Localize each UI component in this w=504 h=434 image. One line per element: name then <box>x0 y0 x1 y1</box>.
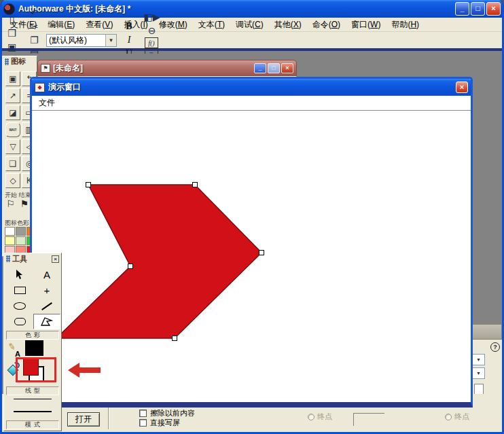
presentation-window-icon: ◆ <box>35 83 45 92</box>
presentation-titlebar[interactable]: ◆ 演示窗口 × <box>32 79 471 96</box>
rect-tool[interactable] <box>6 283 33 298</box>
menu-item-5[interactable]: 文本(T) <box>193 18 230 32</box>
selection-handle[interactable] <box>259 251 264 255</box>
erase-previous-label: 擦除以前内容 <box>150 408 195 418</box>
direct-write-checkbox-row: 直接写屏 <box>139 418 180 427</box>
text-tool[interactable]: A <box>33 267 60 283</box>
line-style-thin[interactable] <box>14 399 52 399</box>
tools-palette: 工具 × A+ 色彩 ✎ A 线型 模式 <box>3 253 62 431</box>
menu-item-8[interactable]: 命令(O) <box>307 18 346 32</box>
selection-handle[interactable] <box>86 183 91 187</box>
annotation-arrow-icon <box>68 363 102 378</box>
polygon-tool[interactable] <box>33 314 60 329</box>
spinner-box-1[interactable]: ▼ <box>472 354 485 365</box>
start-flag-icon[interactable]: ⚐ <box>6 198 15 209</box>
flag-row: ⚐ ⚑ <box>4 198 29 209</box>
direct-write-checkbox[interactable] <box>139 419 147 427</box>
colors-section-label: 色彩 <box>6 331 59 340</box>
erase-previous-checkbox-row: 擦除以前内容 <box>139 409 195 418</box>
color-swatch[interactable] <box>16 236 26 245</box>
tool-grid: A+ <box>6 267 60 329</box>
end-flag-icon[interactable]: ⚑ <box>20 198 29 209</box>
close-button[interactable]: × <box>486 2 501 16</box>
line-style-thick[interactable] <box>14 411 52 412</box>
menu-item-6[interactable]: 调试(C) <box>230 18 269 32</box>
design-window-titlebar[interactable]: ⚑ [未命名] _ □ × <box>37 60 297 76</box>
chevron-down-icon[interactable]: ▼ <box>105 35 116 46</box>
erase-icon[interactable]: ◪ <box>5 105 20 120</box>
presentation-menu-file[interactable]: 文件 <box>32 97 62 109</box>
menu-item-2[interactable]: 查看(V) <box>80 18 118 32</box>
presentation-close-button[interactable]: × <box>456 82 468 93</box>
open-folder-icon[interactable]: ❒ <box>5 26 19 40</box>
stroke-color-swatch[interactable] <box>25 340 43 356</box>
line-tool[interactable] <box>33 298 60 314</box>
design-window-title: [未命名] <box>53 62 253 74</box>
help-icon[interactable]: ? <box>490 342 500 352</box>
radio-option-row: 终点 <box>308 412 332 421</box>
icon-palette-title: 图标 <box>11 56 26 67</box>
menu-item-1[interactable]: 编辑(E) <box>42 18 80 32</box>
panel-preview-band <box>469 324 502 340</box>
presentation-canvas[interactable] <box>32 111 471 401</box>
drag-grip-icon[interactable] <box>5 58 9 65</box>
design-close-button[interactable]: × <box>281 63 293 73</box>
style-dropdown-value: (默认风格) <box>47 35 105 46</box>
design-window-icon: ⚑ <box>41 64 50 73</box>
spinner-box-2[interactable]: ▼ <box>472 367 485 379</box>
minimize-button[interactable]: _ <box>455 2 469 16</box>
selection-handle[interactable] <box>128 264 133 269</box>
drawn-polygon-shape[interactable] <box>56 185 262 338</box>
bold-button[interactable]: B <box>122 20 136 33</box>
radio-label: 终点 <box>454 412 469 422</box>
tools-palette-title: 工具 <box>12 254 50 264</box>
new-file-icon[interactable]: ▯ <box>5 13 19 26</box>
italic-button[interactable]: I <box>122 33 136 47</box>
roundrect-tool[interactable] <box>6 314 33 329</box>
selection-handle[interactable] <box>193 183 198 187</box>
color-swatch[interactable] <box>5 227 15 236</box>
radio-label: 终点 <box>317 412 332 422</box>
ellipse-tool[interactable] <box>6 298 33 314</box>
copy-icon[interactable]: ❐ <box>27 33 41 47</box>
app-title: Authorware 中文版: [未命名] * <box>18 3 454 15</box>
presentation-menubar: 文件 <box>32 96 471 111</box>
color-swatch[interactable] <box>5 236 15 245</box>
tools-close-icon[interactable]: × <box>52 255 59 263</box>
menu-item-9[interactable]: 窗口(W) <box>346 18 386 32</box>
tools-palette-titlebar[interactable]: 工具 × <box>4 253 61 264</box>
restart-icon[interactable]: ◧▶ <box>145 10 159 24</box>
framework-icon[interactable]: ❑ <box>5 156 20 171</box>
undo-icon[interactable]: ↶ <box>27 6 41 20</box>
design-minimize-button[interactable]: _ <box>254 63 266 73</box>
radio-button[interactable] <box>445 414 452 420</box>
functions-window-icon[interactable]: f() <box>145 37 158 48</box>
radio-option-row: 终点 <box>445 412 469 421</box>
control-panel-icon[interactable]: ⊖ <box>145 24 159 37</box>
menu-item-7[interactable]: 其他(X) <box>269 18 307 32</box>
menu-item-10[interactable]: 帮助(H) <box>386 18 425 32</box>
wait-icon[interactable]: WAIT <box>5 122 20 137</box>
save-all-icon[interactable]: ▣ <box>5 40 19 54</box>
color-swatch[interactable] <box>16 227 26 236</box>
direct-write-label: 直接写屏 <box>150 418 180 428</box>
pointer-tool[interactable] <box>6 267 33 283</box>
selection-handle[interactable] <box>173 336 177 341</box>
design-maximize-button[interactable]: □ <box>268 63 280 73</box>
workspace: 图标 ▣↗◪WAIT▽❑◇ ↰=▭▥◁◎K 开始 结束 ⚐ ⚑ 图标色彩 ⚑ [… <box>2 54 502 432</box>
erase-previous-checkbox[interactable] <box>139 410 147 417</box>
drag-grip-icon[interactable] <box>6 255 10 262</box>
modes-section-label: 模式 <box>6 420 59 429</box>
motion-icon[interactable]: ↗ <box>5 88 20 103</box>
icon-palette-titlebar[interactable]: 图标 <box>3 56 37 67</box>
style-dropdown[interactable]: (默认风格) ▼ <box>46 34 117 47</box>
open-button[interactable]: 打开 <box>67 412 100 427</box>
cut-icon[interactable]: ✂ <box>27 20 41 33</box>
crosshair-tool[interactable]: + <box>33 283 60 298</box>
navigate-icon[interactable]: ▽ <box>5 139 20 154</box>
annotation-highlight-box <box>16 357 56 382</box>
display-icon[interactable]: ▣ <box>5 71 20 86</box>
maximize-button[interactable]: □ <box>471 2 485 16</box>
radio-button[interactable] <box>308 414 314 420</box>
decision-icon[interactable]: ◇ <box>5 173 20 188</box>
